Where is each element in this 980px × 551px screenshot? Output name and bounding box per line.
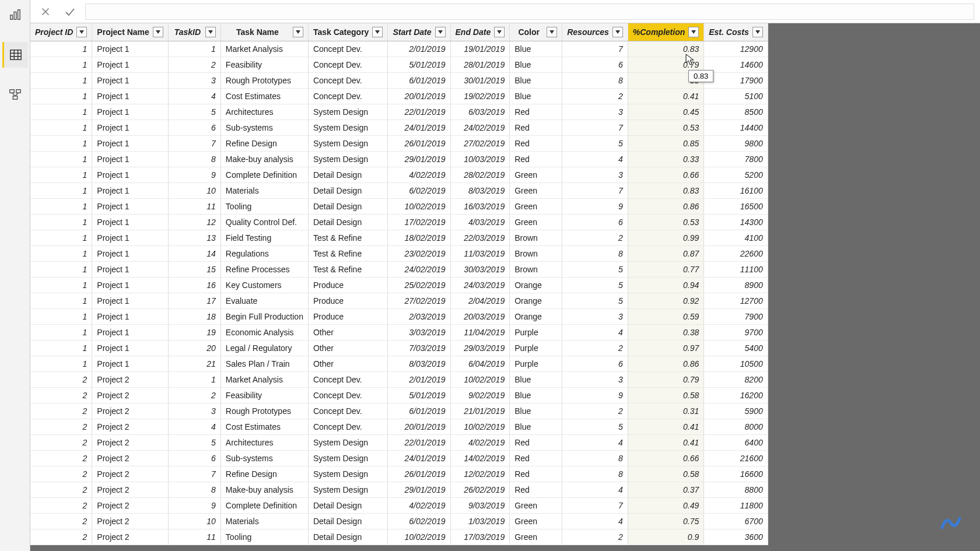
cell-pct[interactable]: 0.79 (628, 371, 704, 387)
cell-category[interactable]: System Design (308, 104, 387, 120)
cell-cost[interactable]: 7900 (704, 308, 768, 324)
cell-task_id[interactable]: 6 (168, 120, 220, 135)
formula-commit-button[interactable] (61, 2, 79, 21)
cell-project_name[interactable]: Project 1 (92, 324, 168, 340)
cell-start[interactable]: 6/01/2019 (388, 403, 450, 419)
cell-cost[interactable]: 5200 (704, 167, 768, 183)
column-header-cost[interactable]: Est. Costs (704, 23, 768, 41)
cell-project_name[interactable]: Project 1 (92, 340, 168, 356)
cell-project_name[interactable]: Project 2 (92, 434, 168, 450)
cell-task_id[interactable]: 2 (168, 57, 220, 72)
table-row[interactable]: 1Project 12FeasibilityConcept Dev.5/01/2… (30, 57, 768, 72)
cell-cost[interactable]: 5900 (704, 403, 768, 419)
column-filter-dropdown-icon[interactable] (293, 27, 303, 37)
cell-project_id[interactable]: 1 (30, 120, 92, 135)
cell-end[interactable]: 9/02/2019 (450, 387, 510, 403)
cell-project_id[interactable]: 1 (30, 151, 92, 167)
table-row[interactable]: 1Project 121Sales Plan / TrainOther8/03/… (30, 356, 768, 371)
cell-project_id[interactable]: 1 (30, 104, 92, 120)
cell-task_id[interactable]: 6 (168, 450, 220, 466)
cell-end[interactable]: 10/02/2019 (450, 371, 510, 387)
cell-pct[interactable]: 0.87 (628, 245, 704, 261)
cell-color[interactable]: Purple (510, 324, 562, 340)
cell-cost[interactable]: 5100 (704, 88, 768, 104)
cell-end[interactable]: 6/03/2019 (450, 104, 510, 120)
cell-color[interactable]: Green (510, 214, 562, 230)
cell-project_name[interactable]: Project 2 (92, 497, 168, 513)
column-header-pct[interactable]: %Completion (628, 23, 704, 41)
cell-color[interactable]: Blue (510, 387, 562, 403)
cell-cost[interactable]: 8200 (704, 371, 768, 387)
cell-task_id[interactable]: 9 (168, 167, 220, 183)
cell-resources[interactable]: 8 (562, 72, 628, 88)
cell-task_name[interactable]: Field Testing (220, 230, 308, 245)
cell-category[interactable]: Other (308, 324, 387, 340)
cell-resources[interactable]: 5 (562, 135, 628, 151)
cell-start[interactable]: 24/01/2019 (388, 120, 450, 135)
cell-project_id[interactable]: 1 (30, 324, 92, 340)
cell-category[interactable]: Concept Dev. (308, 419, 387, 434)
cell-project_id[interactable]: 2 (30, 513, 92, 529)
cell-color[interactable]: Brown (510, 245, 562, 261)
cell-project_name[interactable]: Project 2 (92, 513, 168, 529)
formula-input[interactable] (85, 3, 974, 20)
column-header-resources[interactable]: Resources (562, 23, 628, 41)
cell-color[interactable]: Blue (510, 41, 562, 57)
cell-start[interactable]: 22/01/2019 (388, 104, 450, 120)
cell-start[interactable]: 7/03/2019 (388, 340, 450, 356)
cell-end[interactable]: 10/02/2019 (450, 419, 510, 434)
cell-end[interactable]: 24/02/2019 (450, 120, 510, 135)
cell-resources[interactable]: 6 (562, 57, 628, 72)
cell-cost[interactable]: 5400 (704, 340, 768, 356)
cell-project_name[interactable]: Project 1 (92, 293, 168, 308)
table-row[interactable]: 1Project 14Cost EstimatesConcept Dev.20/… (30, 88, 768, 104)
cell-color[interactable]: Red (510, 482, 562, 497)
cell-end[interactable]: 19/01/2019 (450, 41, 510, 57)
cell-pct[interactable]: 0.92 (628, 293, 704, 308)
cell-start[interactable]: 26/01/2019 (388, 135, 450, 151)
cell-color[interactable]: Blue (510, 72, 562, 88)
cell-category[interactable]: Test & Refine (308, 245, 387, 261)
cell-color[interactable]: Green (510, 198, 562, 214)
cell-end[interactable]: 19/02/2019 (450, 88, 510, 104)
cell-start[interactable]: 24/02/2019 (388, 261, 450, 277)
cell-end[interactable]: 2/04/2019 (450, 293, 510, 308)
cell-project_id[interactable]: 2 (30, 482, 92, 497)
cell-project_name[interactable]: Project 2 (92, 419, 168, 434)
cell-category[interactable]: Detail Design (308, 198, 387, 214)
column-filter-dropdown-icon[interactable] (752, 27, 763, 37)
cell-category[interactable]: Concept Dev. (308, 57, 387, 72)
cell-end[interactable]: 6/04/2019 (450, 356, 510, 371)
cell-end[interactable]: 30/03/2019 (450, 261, 510, 277)
column-header-task_id[interactable]: TaskID (168, 23, 220, 41)
cell-task_name[interactable]: Sub-systems (220, 450, 308, 466)
cell-resources[interactable]: 5 (562, 277, 628, 293)
cell-resources[interactable]: 9 (562, 198, 628, 214)
cell-start[interactable]: 5/01/2019 (388, 387, 450, 403)
cell-project_id[interactable]: 2 (30, 466, 92, 482)
cell-category[interactable]: Other (308, 356, 387, 371)
cell-end[interactable]: 4/02/2019 (450, 434, 510, 450)
cell-color[interactable]: Orange (510, 293, 562, 308)
cell-cost[interactable]: 8800 (704, 482, 768, 497)
table-row[interactable]: 1Project 110MaterialsDetail Design6/02/2… (30, 183, 768, 198)
cell-pct[interactable]: 0.53 (628, 214, 704, 230)
cell-project_id[interactable]: 1 (30, 356, 92, 371)
cell-task_id[interactable]: 7 (168, 466, 220, 482)
cell-task_id[interactable]: 21 (168, 356, 220, 371)
cell-project_name[interactable]: Project 1 (92, 214, 168, 230)
table-row[interactable]: 2Project 29Complete DefinitionDetail Des… (30, 497, 768, 513)
cell-start[interactable]: 2/01/2019 (388, 41, 450, 57)
cell-project_name[interactable]: Project 1 (92, 104, 168, 120)
cell-cost[interactable]: 12700 (704, 293, 768, 308)
cell-color[interactable]: Green (510, 497, 562, 513)
cell-resources[interactable]: 6 (562, 356, 628, 371)
cell-task_id[interactable]: 15 (168, 261, 220, 277)
cell-project_name[interactable]: Project 2 (92, 387, 168, 403)
cell-task_name[interactable]: Feasibility (220, 57, 308, 72)
column-filter-dropdown-icon[interactable] (612, 27, 623, 37)
cell-task_name[interactable]: Begin Full Production (220, 308, 308, 324)
cell-task_name[interactable]: Architectures (220, 434, 308, 450)
cell-task_name[interactable]: Materials (220, 183, 308, 198)
cell-project_id[interactable]: 1 (30, 245, 92, 261)
